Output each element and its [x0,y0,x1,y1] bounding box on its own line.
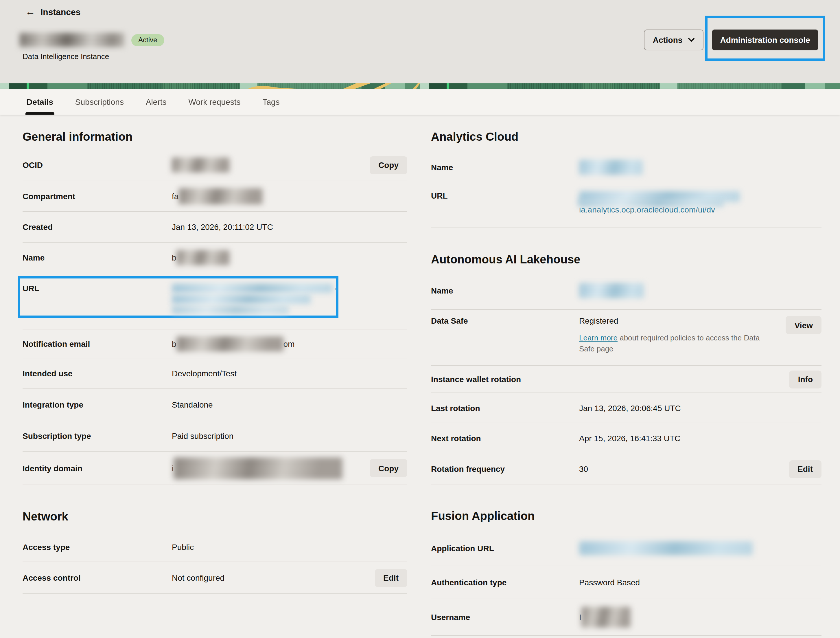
url-fragment: - [335,285,338,291]
compartment-prefix: fa [172,192,178,201]
analytics-name-link-redacted[interactable] [579,160,643,174]
network-title: Network [22,508,407,524]
instance-url-link-redacted[interactable]: - [172,284,338,314]
info-instance-wallet-rotation-button[interactable]: Info [789,370,821,388]
tab-details-label: Details [27,97,53,106]
identity-domain-value-redacted [174,457,343,479]
username-value-redacted [581,607,631,628]
edit-access-control-button[interactable]: Edit [374,569,407,587]
breadcrumb-label[interactable]: Instances [41,7,81,17]
integration-type-value: Standalone [172,400,407,409]
edit-rotation-frequency-button[interactable]: Edit [789,460,821,478]
row-instance-wallet-rotation: Instance wallet rotation Info [431,366,821,393]
email-value-redacted [177,336,283,351]
chevron-down-icon [688,38,695,42]
row-rotation-frequency: Rotation frequency 30 Edit [431,453,821,485]
tab-tags-label: Tags [263,97,280,106]
decorative-banner [0,83,840,89]
analytics-cloud-title: Analytics Cloud [431,128,821,145]
row-access-type: Access type Public [22,533,407,562]
actions-button[interactable]: Actions [644,30,703,51]
back-arrow-icon[interactable]: ← [25,7,35,17]
row-name: Name b [22,242,407,273]
row-username: Username I [431,599,821,636]
instance-title-row: Active [20,33,164,47]
row-subscription-type: Subscription type Paid subscription [22,420,407,451]
row-integration-type: Integration type Standalone [22,389,407,420]
ocid-value-redacted [172,157,230,173]
row-ocid: OCID Copy [22,149,407,181]
actions-button-label: Actions [653,35,683,44]
tab-alerts[interactable]: Alerts [146,89,167,115]
access-type-value: Public [172,543,407,552]
application-url-link-redacted[interactable] [579,541,753,555]
tab-alerts-label: Alerts [146,97,167,106]
row-next-rotation: Next rotation Apr 15, 2026, 16:41:33 UTC [431,423,821,453]
row-application-url: Application URL [431,530,821,566]
lakehouse-title: Autonomous AI Lakehouse [431,251,821,268]
row-analytics-name: Name [431,149,821,185]
subscription-type-value: Paid subscription [172,431,407,440]
data-safe-note: Learn more about required policies to ac… [579,332,770,354]
copy-identity-domain-button[interactable]: Copy [369,459,407,477]
name-value-redacted [177,250,230,265]
page-header: ← Instances Active Data Intelligence Ins… [0,0,840,83]
page-root: ← Instances Active Data Intelligence Ins… [0,0,840,638]
name-prefix: b [172,253,177,262]
tab-tags[interactable]: Tags [263,89,280,115]
active-tab-underline [25,112,54,115]
data-safe-value: Registered [579,316,618,325]
breadcrumb[interactable]: ← Instances [25,7,81,17]
analytics-url-line2-blur [578,199,724,207]
left-column: General information OCID Copy Compartmen… [22,128,407,594]
intended-use-value: Development/Test [172,369,407,378]
lakehouse-name-link-redacted[interactable] [579,283,644,298]
row-access-control: Access control Not configured Edit [22,562,407,594]
last-rotation-value: Jan 13, 2026, 20:06:45 UTC [579,403,821,413]
next-rotation-value: Apr 15, 2026, 16:41:33 UTC [579,433,821,443]
row-intended-use: Intended use Development/Test [22,358,407,389]
row-identity-domain: Identity domain i Copy [22,451,407,485]
learn-more-link[interactable]: Learn more [579,334,617,342]
copy-ocid-button[interactable]: Copy [369,156,407,174]
analytics-url-link[interactable]: ia.analytics.ocp.oraclecloud.com/ui/dv [579,191,740,214]
row-authentication-type: Authentication type Password Based [431,566,821,599]
fusion-application-title: Fusion Application [431,508,821,524]
created-value: Jan 13, 2026, 20:11:02 UTC [172,222,407,231]
tab-subscriptions[interactable]: Subscriptions [75,89,124,115]
row-compartment: Compartment fa [22,181,407,212]
compartment-value-redacted [178,188,262,204]
administration-console-button[interactable]: Administration console [712,30,818,51]
row-analytics-url: URL ia.analytics.ocp.oraclecloud.com/ui/… [431,185,821,228]
authentication-type-value: Password Based [579,578,821,587]
row-created: Created Jan 13, 2026, 20:11:02 UTC [22,212,407,242]
row-last-rotation: Last rotation Jan 13, 2026, 20:06:45 UTC [431,393,821,423]
tab-details[interactable]: Details [27,89,53,115]
banner-pattern [0,83,840,89]
view-data-safe-button[interactable]: View [786,316,821,334]
username-prefix: I [579,613,581,622]
instance-type-subtitle: Data Intelligence Instance [22,52,109,61]
email-prefix: b [172,339,177,348]
tab-work-requests-label: Work requests [189,97,241,106]
tab-bar: Details Subscriptions Alerts Work reques… [0,89,840,115]
access-control-value: Not configured [172,573,374,583]
status-badge: Active [131,34,164,46]
tab-subscriptions-label: Subscriptions [75,97,124,106]
row-url: URL - [22,273,407,329]
right-column: Analytics Cloud Name URL ia.analytics.oc… [431,128,821,636]
instance-name-redacted [20,33,125,47]
email-suffix: om [283,339,295,348]
row-data-safe: Data Safe Registered Learn more about re… [431,310,821,366]
tab-work-requests[interactable]: Work requests [189,89,241,115]
rotation-frequency-value: 30 [579,464,789,473]
general-information-title: General information [22,128,407,145]
row-notification-email: Notification email b om [22,329,407,358]
details-content: General information OCID Copy Compartmen… [0,115,840,638]
row-lakehouse-name: Name [431,272,821,310]
